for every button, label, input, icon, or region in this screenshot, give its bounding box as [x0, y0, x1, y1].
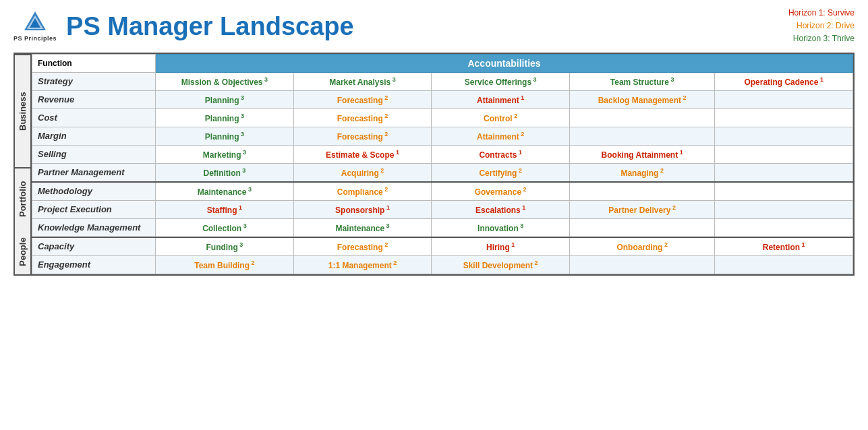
col-accountabilities: Accountabilities: [156, 54, 853, 72]
data-cell: Backlog Management 2: [569, 90, 714, 109]
table-row: Project ExecutionStaffing 1Sponsorship 1…: [32, 200, 853, 218]
table-row: SellingMarketing 3Estimate & Scope 1Cont…: [32, 145, 853, 163]
table-row: MethodologyMaintenance 3Compliance 2Gove…: [32, 182, 853, 201]
row-group-portfolio: Portfolio: [15, 167, 30, 230]
data-cell: Innovation 3: [432, 218, 570, 237]
cell-text: Forecasting 2: [337, 96, 388, 105]
cell-text: Maintenance 3: [198, 187, 252, 197]
cell-text: Operating Cadence 1: [744, 78, 823, 87]
data-cell: Onboarding 2: [569, 237, 714, 256]
data-cell: [569, 218, 714, 237]
data-cell: [715, 200, 853, 218]
page-wrapper: PS Principles PS Manager Landscape Horiz…: [0, 0, 868, 282]
data-cell: Contracts 1: [432, 145, 570, 163]
data-cell: Forecasting 2: [293, 90, 432, 109]
function-cell: Engagement: [32, 255, 156, 274]
cell-text: Forecasting 2: [337, 132, 388, 142]
header-row: Function Accountabilities: [32, 54, 853, 72]
cell-text: Estimate & Scope 1: [326, 150, 399, 160]
cell-text: Team Building 2: [194, 261, 254, 270]
data-cell: [569, 127, 714, 145]
table-row: EngagementTeam Building 21:1 Management …: [32, 255, 853, 274]
data-cell: Service Offerings 3: [432, 72, 570, 90]
cell-text: Innovation 3: [478, 224, 523, 233]
cell-text: 1:1 Management 2: [328, 261, 397, 270]
cell-text: Mission & Objectives 3: [181, 78, 268, 87]
cell-text: Attainment 2: [477, 132, 524, 142]
data-cell: Skill Development 2: [432, 255, 570, 274]
data-cell: Booking Attainment 1: [569, 145, 714, 163]
cell-text: Planning 3: [205, 132, 244, 142]
cell-text: Managing 2: [620, 168, 664, 178]
data-cell: Planning 3: [156, 127, 294, 145]
function-cell: Strategy: [32, 72, 156, 90]
data-cell: [715, 109, 853, 127]
col-function: Function: [32, 54, 156, 72]
data-cell: Attainment 1: [432, 90, 570, 109]
data-cell: Planning 3: [156, 90, 294, 109]
data-cell: [715, 163, 853, 182]
cell-text: Definition 3: [203, 168, 245, 178]
cell-text: Retention 1: [763, 243, 805, 252]
data-cell: Sponsorship 1: [293, 200, 432, 218]
table-row: StrategyMission & Objectives 3Market Ana…: [32, 72, 853, 90]
table-container: Business Portfolio People Function Accou…: [13, 53, 855, 276]
cell-text: Maintenance 3: [335, 224, 389, 233]
table-row: CostPlanning 3Forecasting 2Control 2: [32, 109, 853, 127]
header-left: PS Principles PS Manager Landscape: [13, 10, 354, 42]
data-cell: Maintenance 3: [293, 218, 432, 237]
legend: Horizon 1: Survive Horizon 2: Drive Hori…: [788, 7, 855, 46]
data-cell: Managing 2: [569, 163, 714, 182]
function-cell: Selling: [32, 145, 156, 163]
data-cell: Funding 3: [156, 237, 294, 256]
cell-text: Sponsorship 1: [335, 206, 390, 215]
data-cell: Collection 3: [156, 218, 294, 237]
data-cell: Partner Delivery 2: [569, 200, 714, 218]
cell-text: Planning 3: [205, 114, 244, 123]
table-row: MarginPlanning 3Forecasting 2Attainment …: [32, 127, 853, 145]
data-cell: Marketing 3: [156, 145, 294, 163]
table-row: RevenuePlanning 3Forecasting 2Attainment…: [32, 90, 853, 109]
data-cell: Team Structure 3: [569, 72, 714, 90]
table-row: Knowledge ManagementCollection 3Maintena…: [32, 218, 853, 237]
cell-text: Escalations 1: [475, 206, 525, 215]
cell-text: Team Structure 3: [610, 78, 674, 87]
cell-text: Skill Development 2: [463, 261, 538, 270]
data-cell: Estimate & Scope 1: [293, 145, 432, 163]
data-cell: Escalations 1: [432, 200, 570, 218]
data-cell: Operating Cadence 1: [715, 72, 853, 90]
data-cell: Definition 3: [156, 163, 294, 182]
function-cell: Knowledge Management: [32, 218, 156, 237]
cell-text: Collection 3: [202, 224, 247, 233]
data-cell: Forecasting 2: [293, 127, 432, 145]
data-cell: [715, 255, 853, 274]
data-cell: Acquiring 2: [293, 163, 432, 182]
row-group-business: Business: [15, 54, 30, 167]
cell-text: Staffing 1: [207, 206, 242, 215]
cell-text: Funding 3: [206, 243, 243, 252]
logo-icon: [20, 10, 50, 34]
cell-text: Forecasting 2: [337, 114, 388, 123]
cell-text: Control 2: [484, 114, 517, 123]
function-cell: Cost: [32, 109, 156, 127]
cell-text: Partner Delivery 2: [608, 206, 676, 215]
data-cell: Forecasting 2: [293, 109, 432, 127]
function-cell: Methodology: [32, 182, 156, 201]
data-cell: [715, 90, 853, 109]
data-cell: Staffing 1: [156, 200, 294, 218]
data-cell: Mission & Objectives 3: [156, 72, 294, 90]
data-cell: Planning 3: [156, 109, 294, 127]
table-row: Partner ManagementDefinition 3Acquiring …: [32, 163, 853, 182]
legend-h2: Horizon 2: Drive: [788, 20, 855, 32]
data-cell: Compliance 2: [293, 182, 432, 201]
data-cell: Attainment 2: [432, 127, 570, 145]
data-cell: Market Analysis 3: [293, 72, 432, 90]
cell-text: Onboarding 2: [616, 243, 668, 252]
data-cell: [715, 145, 853, 163]
cell-text: Service Offerings 3: [465, 78, 537, 87]
cell-text: Planning 3: [205, 96, 244, 105]
legend-h1: Horizon 1: Survive: [788, 7, 855, 20]
cell-text: Compliance 2: [337, 187, 388, 197]
row-groups-column: Business Portfolio People: [15, 54, 32, 274]
page-title: PS Manager Landscape: [66, 13, 354, 39]
